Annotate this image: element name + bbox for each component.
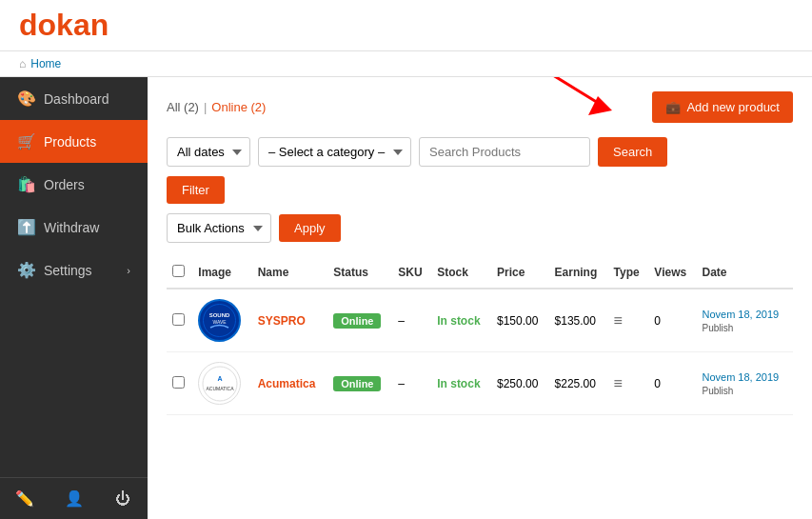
svg-text:ACUMATICA: ACUMATICA xyxy=(206,386,234,391)
sidebar-bottom-power[interactable]: ⏻ xyxy=(98,478,148,519)
col-sku: SKU xyxy=(392,257,431,289)
dashboard-icon: 🎨 xyxy=(17,90,34,108)
edit-icon: ✏️ xyxy=(15,489,34,508)
col-name: Name xyxy=(252,257,328,289)
row2-status-badge: Online xyxy=(333,376,381,391)
row2-checkbox[interactable] xyxy=(172,376,185,389)
row2-name-cell: Acumatica xyxy=(252,352,328,415)
apply-button[interactable]: Apply xyxy=(279,214,341,242)
settings-icon: ⚙️ xyxy=(17,261,34,279)
logo-letter: d xyxy=(19,8,38,42)
add-product-container: 💼 Add new product xyxy=(652,91,793,123)
filter-button[interactable]: Filter xyxy=(167,176,225,204)
search-input[interactable] xyxy=(419,137,590,167)
top-header: dokan xyxy=(0,0,812,51)
row2-type-cell: ≡ xyxy=(608,352,649,415)
row2-product-name[interactable]: Acumatica xyxy=(258,377,316,390)
row1-checkbox-cell xyxy=(167,289,192,352)
svg-point-5 xyxy=(203,367,237,401)
row2-date-sub: Publish xyxy=(702,386,733,396)
user-icon: 👤 xyxy=(65,489,84,508)
row1-date-sub: Publish xyxy=(702,323,733,333)
tab-online[interactable]: Online (2) xyxy=(211,100,266,114)
col-status: Status xyxy=(327,257,392,289)
sidebar-item-products[interactable]: 🛒 Products xyxy=(0,120,148,163)
col-checkbox xyxy=(167,257,192,289)
row2-stock-value: In stock xyxy=(437,377,480,390)
col-type: Type xyxy=(608,257,649,289)
category-filter-select[interactable]: – Select a category – xyxy=(258,137,411,167)
col-views: Views xyxy=(648,257,696,289)
row1-type-cell: ≡ xyxy=(608,289,649,352)
bulk-actions-select[interactable]: Bulk Actions xyxy=(167,213,271,243)
col-date: Date xyxy=(696,257,793,289)
row1-checkbox[interactable] xyxy=(172,313,185,326)
chevron-right-icon: › xyxy=(127,265,130,276)
tab-all[interactable]: All (2) xyxy=(167,100,199,114)
table-header-row: Image Name Status SKU Stock Price Earnin… xyxy=(167,257,793,289)
products-table: Image Name Status SKU Stock Price Earnin… xyxy=(167,257,793,415)
date-filter-select[interactable]: All dates xyxy=(167,137,250,167)
withdraw-icon: ⬆️ xyxy=(17,218,34,236)
row2-date-text: Novem 18, 2019 xyxy=(702,371,779,383)
row2-type-icon: ≡ xyxy=(614,375,623,391)
col-earning: Earning xyxy=(549,257,608,289)
sidebar-item-orders[interactable]: 🛍️ Orders xyxy=(0,163,148,206)
filters-row: All dates – Select a category – Search xyxy=(167,137,793,167)
orders-icon: 🛍️ xyxy=(17,175,34,193)
tab-separator: | xyxy=(204,100,207,114)
row1-product-name[interactable]: SYSPRO xyxy=(258,314,306,328)
table-row: SOUND WAVE SYSPRO Online – xyxy=(167,289,793,352)
sidebar-label-dashboard: Dashboard xyxy=(44,91,109,107)
sidebar-label-orders: Orders xyxy=(44,177,85,192)
row2-price-cell: $250.00 xyxy=(491,352,549,415)
sidebar-item-dashboard[interactable]: 🎨 Dashboard xyxy=(0,77,148,120)
search-button[interactable]: Search xyxy=(598,137,667,167)
row2-product-image: A ACUMATICA xyxy=(198,362,241,405)
acumatica-logo-svg: A ACUMATICA xyxy=(202,366,238,402)
row1-product-image: SOUND WAVE xyxy=(198,299,241,342)
sidebar-label-withdraw: Withdraw xyxy=(44,220,99,235)
power-icon: ⏻ xyxy=(115,490,130,508)
breadcrumb: ⌂ Home xyxy=(0,51,812,77)
main-content: All (2) | Online (2) 💼 Add new product A… xyxy=(148,77,812,519)
table-body: SOUND WAVE SYSPRO Online – xyxy=(167,289,793,415)
sidebar-bottom: ✏️ 👤 ⏻ xyxy=(0,477,148,519)
briefcase-icon: 💼 xyxy=(665,100,681,114)
col-image: Image xyxy=(192,257,251,289)
svg-text:A: A xyxy=(217,375,222,382)
sidebar-bottom-edit[interactable]: ✏️ xyxy=(0,478,50,519)
row1-date-cell: Novem 18, 2019 Publish xyxy=(696,289,793,352)
filter-btn-row: Filter xyxy=(167,176,793,213)
sidebar-item-settings[interactable]: ⚙️ Settings › xyxy=(0,249,148,291)
table-row: A ACUMATICA Acumatica Online – In stock xyxy=(167,352,793,415)
row1-stock-cell: In stock xyxy=(431,289,491,352)
row1-stock-value: In stock xyxy=(437,314,480,328)
row1-sku-cell: – xyxy=(392,289,431,352)
svg-text:WAVE: WAVE xyxy=(213,319,228,325)
sidebar-item-withdraw[interactable]: ⬆️ Withdraw xyxy=(0,206,148,249)
sidebar-label-products: Products xyxy=(44,134,96,150)
row1-views-cell: 0 xyxy=(648,289,696,352)
sidebar-bottom-user[interactable]: 👤 xyxy=(50,478,99,519)
bulk-row: Bulk Actions Apply xyxy=(167,213,793,243)
tabs: All (2) | Online (2) xyxy=(167,100,266,114)
row1-date-text: Novem 18, 2019 xyxy=(702,309,779,320)
col-price: Price xyxy=(491,257,549,289)
row2-views-cell: 0 xyxy=(648,352,696,415)
add-product-button[interactable]: 💼 Add new product xyxy=(652,91,793,123)
row2-stock-cell: In stock xyxy=(431,352,491,415)
logo: dokan xyxy=(19,8,109,43)
main-layout: 🎨 Dashboard 🛒 Products 🛍️ Orders ⬆️ With… xyxy=(0,77,812,519)
select-all-checkbox[interactable] xyxy=(172,265,185,277)
sidebar-label-settings: Settings xyxy=(44,263,92,278)
row2-sku-cell: – xyxy=(392,352,431,415)
row1-image-cell: SOUND WAVE xyxy=(192,289,251,352)
add-product-label: Add new product xyxy=(686,100,780,114)
row1-status-badge: Online xyxy=(333,313,381,329)
row2-checkbox-cell xyxy=(167,352,192,415)
arrow-annotation xyxy=(531,77,626,120)
breadcrumb-home-label[interactable]: Home xyxy=(30,57,61,70)
svg-line-0 xyxy=(541,77,603,106)
tabs-row: All (2) | Online (2) 💼 Add new product xyxy=(167,91,793,123)
